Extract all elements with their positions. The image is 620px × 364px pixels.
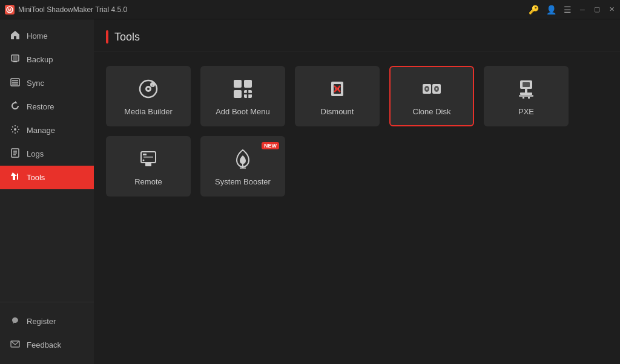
sync-icon	[10, 77, 21, 89]
sidebar-item-sync[interactable]: Sync	[0, 71, 94, 95]
tool-label-remote: Remote	[134, 177, 162, 186]
content-header: Tools	[94, 19, 620, 51]
key-icon[interactable]: 🔑	[529, 5, 539, 15]
sidebar-item-tools[interactable]: Tools	[0, 166, 94, 189]
tool-label-pxe: PXE	[518, 107, 534, 116]
sidebar-label-feedback: Feedback	[27, 340, 61, 349]
svg-rect-37	[523, 82, 530, 87]
minimize-button[interactable]: ─	[579, 6, 586, 13]
tool-label-add-boot-menu: Add Boot Menu	[216, 107, 270, 116]
restore-icon	[10, 101, 21, 112]
menu-icon[interactable]: ☰	[564, 5, 572, 15]
tool-card-system-booster[interactable]: NEW System Booster	[200, 136, 285, 197]
tools-grid: ♪ Media Builder Add Boot Menu	[94, 51, 620, 211]
sidebar-label-restore: Restore	[27, 102, 54, 111]
svg-point-35	[436, 88, 438, 89]
svg-point-7	[14, 128, 16, 131]
svg-rect-41	[523, 97, 524, 99]
restore-button[interactable]: ▢	[593, 6, 601, 13]
svg-rect-21	[234, 90, 242, 98]
clone-disk-icon	[420, 77, 444, 101]
dismount-icon	[325, 77, 349, 101]
sidebar-label-register: Register	[27, 317, 56, 326]
sidebar-item-manage[interactable]: Manage	[0, 119, 94, 142]
manage-icon	[10, 125, 21, 136]
main-layout: Home Backup Sync Restore	[0, 19, 620, 364]
close-button[interactable]: ✕	[608, 6, 615, 13]
svg-point-32	[426, 88, 428, 89]
home-icon	[10, 30, 21, 42]
tool-card-media-builder[interactable]: ♪ Media Builder	[106, 66, 191, 126]
sidebar: Home Backup Sync Restore	[0, 19, 94, 364]
tool-card-dismount[interactable]: Dismount	[295, 66, 380, 126]
tool-card-add-boot-menu[interactable]: Add Boot Menu	[200, 66, 285, 126]
app-icon: M	[5, 5, 15, 15]
sidebar-item-logs[interactable]: Logs	[0, 142, 94, 166]
titlebar-title: MiniTool ShadowMaker Trial 4.5.0	[18, 5, 127, 14]
tool-card-remote[interactable]: Remote	[106, 136, 191, 197]
register-icon	[10, 316, 21, 327]
svg-rect-4	[13, 61, 17, 62]
svg-marker-6	[15, 101, 18, 103]
sidebar-label-home: Home	[27, 31, 48, 41]
new-badge: NEW	[262, 142, 279, 149]
feedback-icon	[10, 339, 21, 351]
svg-point-46	[143, 159, 145, 161]
sidebar-label-backup: Backup	[27, 55, 53, 64]
svg-text:M: M	[8, 8, 12, 12]
svg-rect-40	[519, 95, 533, 97]
tool-label-dismount: Dismount	[321, 107, 354, 116]
tool-label-clone-disk: Clone Disk	[413, 107, 451, 116]
svg-rect-45	[143, 157, 153, 158]
svg-rect-42	[528, 97, 530, 99]
add-boot-menu-icon	[231, 77, 255, 101]
tools-row-2: Remote NEW System Booster	[106, 136, 608, 197]
sidebar-label-tools: Tools	[27, 173, 45, 182]
svg-rect-38	[525, 89, 527, 93]
logs-icon	[10, 148, 21, 160]
content-area: Tools ♪ Media Builder	[94, 19, 620, 364]
system-booster-icon	[231, 147, 255, 171]
tools-icon	[10, 172, 21, 183]
svg-rect-47	[145, 163, 151, 166]
titlebar-left: M MiniTool ShadowMaker Trial 4.5.0	[5, 5, 127, 15]
media-builder-icon: ♪	[136, 77, 160, 101]
pxe-icon	[514, 77, 538, 101]
svg-rect-39	[520, 93, 532, 95]
svg-rect-3	[13, 56, 18, 60]
sidebar-label-manage: Manage	[27, 126, 55, 135]
tool-label-media-builder: Media Builder	[124, 107, 173, 116]
svg-rect-19	[234, 80, 242, 88]
remote-icon	[136, 147, 160, 171]
tool-card-pxe[interactable]: PXE	[484, 66, 569, 126]
sidebar-item-feedback[interactable]: Feedback	[0, 333, 94, 357]
backup-icon	[10, 54, 21, 65]
tools-row-1: ♪ Media Builder Add Boot Menu	[106, 66, 608, 126]
page-title: Tools	[114, 31, 140, 44]
tool-label-system-booster: System Booster	[215, 177, 271, 186]
user-icon[interactable]: 👤	[546, 5, 556, 15]
svg-rect-44	[143, 154, 147, 155]
sidebar-nav: Home Backup Sync Restore	[0, 19, 94, 302]
title-accent-bar	[106, 30, 108, 44]
sidebar-item-register[interactable]: Register	[0, 310, 94, 333]
titlebar: M MiniTool ShadowMaker Trial 4.5.0 🔑 👤 ☰…	[0, 0, 620, 19]
sidebar-bottom: Register Feedback	[0, 302, 94, 364]
sidebar-label-logs: Logs	[27, 149, 44, 158]
sidebar-item-restore[interactable]: Restore	[0, 95, 94, 119]
tool-card-clone-disk[interactable]: Clone Disk	[389, 66, 474, 126]
titlebar-controls: 🔑 👤 ☰ ─ ▢ ✕	[529, 5, 615, 15]
svg-point-12	[15, 320, 16, 322]
sidebar-label-sync: Sync	[27, 79, 44, 88]
svg-rect-20	[244, 80, 252, 88]
sidebar-item-backup[interactable]: Backup	[0, 48, 94, 71]
svg-text:♪: ♪	[151, 83, 153, 87]
svg-point-16	[147, 88, 150, 90]
sidebar-item-home[interactable]: Home	[0, 24, 94, 48]
